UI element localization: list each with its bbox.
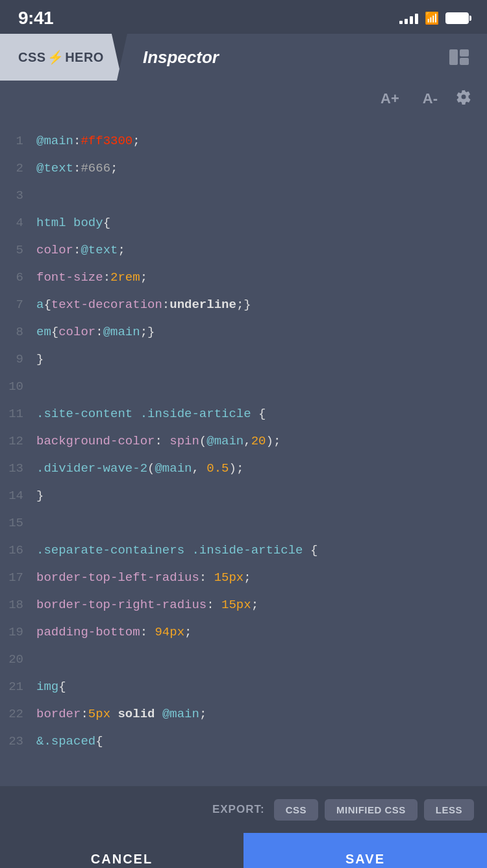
line-number: 21 xyxy=(0,674,36,699)
line-content: border:5px solid @main; xyxy=(36,702,487,726)
code-line-11: 11.site-content .inside-article { xyxy=(0,400,487,428)
line-content: .separate-containers .inside-article { xyxy=(36,538,487,563)
toolbar: A+ A- xyxy=(0,81,487,117)
code-line-12: 12 background-color: spin(@main,20); xyxy=(0,428,487,455)
line-content: } xyxy=(36,483,487,508)
line-number: 14 xyxy=(0,483,36,508)
code-line-14: 14} xyxy=(0,482,487,509)
line-number: 7 xyxy=(0,292,36,317)
line-content: font-size:2rem; xyxy=(36,265,487,290)
save-button[interactable]: SAVE xyxy=(244,833,487,868)
code-line-2: 2@text:#666; xyxy=(0,155,487,182)
code-line-4: 4html body{ xyxy=(0,209,487,236)
line-number: 6 xyxy=(0,265,36,290)
inspector-label: Inspector xyxy=(143,47,219,68)
line-content: &.spaced{ xyxy=(36,729,487,754)
code-line-22: 22 border:5px solid @main; xyxy=(0,700,487,728)
line-number: 17 xyxy=(0,565,36,590)
line-content: img{ xyxy=(36,674,487,699)
line-content: } xyxy=(36,347,487,372)
cancel-button[interactable]: CANCEL xyxy=(0,833,244,868)
code-line-19: 19 padding-bottom: 94px; xyxy=(0,619,487,646)
code-editor[interactable]: 1@main:#ff3300;2@text:#666;34html body{5… xyxy=(0,117,487,786)
line-number: 2 xyxy=(0,156,36,181)
code-line-17: 17 border-top-left-radius: 15px; xyxy=(0,564,487,591)
line-number: 16 xyxy=(0,538,36,563)
line-content: background-color: spin(@main,20); xyxy=(36,429,487,453)
csshero-label: CSS⚡HERO xyxy=(18,49,104,65)
layout-toggle-icon[interactable] xyxy=(449,49,469,65)
svg-rect-1 xyxy=(460,49,469,57)
line-content: .divider-wave-2(@main, 0.5); xyxy=(36,456,487,481)
line-content: .site-content .inside-article { xyxy=(36,402,487,426)
font-increase-button[interactable]: A+ xyxy=(375,88,405,110)
line-content: a{text-decoration:underline;} xyxy=(36,292,487,317)
line-number: 11 xyxy=(0,402,36,426)
code-line-21: 21 img{ xyxy=(0,673,487,700)
status-time: 9:41 xyxy=(18,8,53,29)
code-line-1: 1@main:#ff3300; xyxy=(0,127,487,155)
status-icons: 📶 xyxy=(399,11,469,25)
line-content: border-top-right-radius: 15px; xyxy=(36,593,487,617)
code-line-15: 15 xyxy=(0,509,487,537)
line-number: 18 xyxy=(0,593,36,617)
line-number: 5 xyxy=(0,238,36,262)
line-number: 13 xyxy=(0,456,36,481)
code-line-9: 9} xyxy=(0,346,487,373)
status-bar: 9:41 📶 xyxy=(0,0,487,34)
code-line-7: 7 a{text-decoration:underline;} xyxy=(0,291,487,318)
line-number: 12 xyxy=(0,429,36,453)
code-line-23: 23 &.spaced{ xyxy=(0,728,487,755)
line-content: padding-bottom: 94px; xyxy=(36,620,487,645)
export-minified-button[interactable]: MINIFIED CSS xyxy=(325,799,418,821)
header-tabs: CSS⚡HERO Inspector xyxy=(0,34,487,81)
line-number: 22 xyxy=(0,702,36,726)
line-content: border-top-left-radius: 15px; xyxy=(36,565,487,590)
code-line-13: 13 .divider-wave-2(@main, 0.5); xyxy=(0,455,487,482)
signal-icon xyxy=(399,12,418,24)
code-line-8: 8 em{color:@main;} xyxy=(0,318,487,346)
line-number: 9 xyxy=(0,347,36,372)
export-label: EXPORT: xyxy=(212,803,265,816)
line-number: 10 xyxy=(0,374,36,399)
code-line-3: 3 xyxy=(0,182,487,209)
code-line-6: 6 font-size:2rem; xyxy=(0,264,487,291)
settings-icon[interactable] xyxy=(456,89,471,108)
tab-csshero[interactable]: CSS⚡HERO xyxy=(0,34,122,81)
line-number: 8 xyxy=(0,320,36,344)
code-line-10: 10 xyxy=(0,373,487,400)
code-line-16: 16.separate-containers .inside-article { xyxy=(0,537,487,564)
line-number: 1 xyxy=(0,129,36,153)
tab-inspector[interactable]: Inspector xyxy=(117,34,487,81)
action-buttons: CANCEL SAVE xyxy=(0,833,487,868)
code-line-20: 20 xyxy=(0,646,487,673)
export-css-button[interactable]: CSS xyxy=(274,799,318,821)
battery-icon xyxy=(445,12,469,24)
wifi-icon: 📶 xyxy=(425,11,439,25)
line-content: color:@text; xyxy=(36,238,487,262)
line-number: 20 xyxy=(0,647,36,672)
line-number: 3 xyxy=(0,183,36,208)
line-number: 4 xyxy=(0,211,36,235)
line-content: em{color:@main;} xyxy=(36,320,487,344)
line-content: @text:#666; xyxy=(36,156,487,181)
code-line-5: 5 color:@text; xyxy=(0,236,487,264)
svg-rect-0 xyxy=(449,49,458,65)
svg-rect-2 xyxy=(460,58,469,65)
line-content: @main:#ff3300; xyxy=(36,129,487,153)
code-line-18: 18 border-top-right-radius: 15px; xyxy=(0,591,487,619)
line-number: 15 xyxy=(0,511,36,535)
line-number: 23 xyxy=(0,729,36,754)
line-content: html body{ xyxy=(36,211,487,235)
line-number: 19 xyxy=(0,620,36,645)
export-less-button[interactable]: LESS xyxy=(424,799,474,821)
font-decrease-button[interactable]: A- xyxy=(418,88,443,110)
export-bar: EXPORT: CSS MINIFIED CSS LESS xyxy=(0,786,487,833)
